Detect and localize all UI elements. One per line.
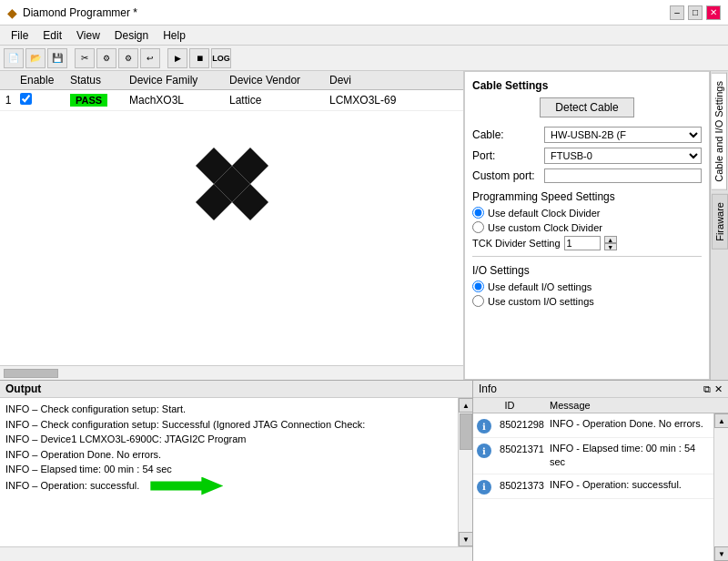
toolbar-log[interactable]: LOG (211, 48, 231, 68)
io-custom-radio[interactable] (472, 295, 484, 307)
row-enable[interactable] (16, 93, 66, 107)
row-device: LCMXO3L-69 (326, 94, 417, 107)
port-select[interactable]: FTUSB-0 (544, 148, 702, 164)
device-hscrollbar[interactable] (0, 365, 463, 380)
enable-checkbox[interactable] (20, 93, 32, 105)
hscroll-thumb[interactable] (4, 369, 58, 378)
col-vendor-header: Device Vendor (226, 74, 326, 87)
info-scroll-up[interactable]: ▲ (714, 413, 728, 428)
tck-label: TCK Divider Setting (472, 238, 561, 249)
output-panel: Output INFO – Check configuration setup:… (0, 381, 473, 561)
speed-radio-default[interactable]: Use default Clock Divider (472, 207, 702, 219)
tck-spinner[interactable]: ▲ ▼ (604, 236, 617, 250)
io-divider (472, 256, 702, 257)
info-scroll-down[interactable]: ▼ (714, 546, 728, 561)
title-bar: ◆ Diamond Programmer * – □ ✕ (0, 0, 728, 26)
io-default-label: Use default I/O settings (488, 281, 592, 292)
toolbar-open[interactable]: 📂 (25, 48, 46, 68)
row-family: MachXO3L (126, 94, 226, 107)
device-table: Enable Status Device Family Device Vendo… (0, 71, 463, 365)
info-close-icon[interactable]: ✕ (714, 383, 723, 395)
toolbar-stop[interactable]: ⏹ (189, 48, 209, 68)
io-radio-custom[interactable]: Use custom I/O settings (472, 295, 702, 307)
info-row-2: ℹ 85021371 INFO - Elapsed time: 00 min :… (473, 438, 713, 474)
menu-file[interactable]: File (4, 27, 35, 44)
clock-custom-radio[interactable] (472, 221, 484, 233)
tck-input[interactable] (564, 236, 601, 250)
minimize-button[interactable]: – (670, 5, 684, 20)
operation-success-arrow (150, 477, 223, 495)
app-title: Diamond Programmer * (23, 6, 137, 19)
speed-settings-title: Programming Speed Settings (472, 190, 702, 203)
main-content: Enable Status Device Family Device Vendo… (0, 71, 728, 561)
clock-default-radio[interactable] (472, 207, 484, 219)
output-content: INFO – Check configuration setup: Start.… (0, 398, 458, 546)
toolbar-paste[interactable]: ⚙ (118, 48, 138, 68)
toolbar-copy[interactable]: ⚙ (96, 48, 116, 68)
info-col-msg-header: Message (546, 400, 728, 411)
cable-select[interactable]: HW-USBN-2B (F (544, 127, 702, 143)
menu-design[interactable]: Design (107, 27, 156, 44)
info-id-1: 85021298 (495, 419, 550, 430)
toolbar-new[interactable]: 📄 (4, 48, 24, 68)
info-msg-2: INFO - Elapsed time: 00 min : 54 sec (550, 442, 713, 470)
output-scroll-down[interactable]: ▼ (459, 532, 472, 546)
toolbar-run[interactable]: ▶ (167, 48, 187, 68)
custom-port-input[interactable] (544, 168, 702, 183)
toolbar-save[interactable]: 💾 (47, 48, 67, 68)
device-table-header: Enable Status Device Family Device Vendo… (0, 71, 463, 90)
info-row-3: ℹ 85021373 INFO - Operation: successful. (473, 474, 713, 499)
menu-view[interactable]: View (69, 27, 107, 44)
output-scroll-thumb[interactable] (460, 413, 472, 450)
output-line-4: INFO – Operation Done. No errors. (5, 447, 452, 463)
bottom-section: Output INFO – Check configuration setup:… (0, 381, 728, 561)
top-section: Enable Status Device Family Device Vendo… (0, 71, 728, 381)
port-label: Port: (472, 149, 541, 162)
menu-edit[interactable]: Edit (35, 27, 69, 44)
row-status: PASS (66, 94, 126, 107)
status-badge: PASS (70, 94, 107, 107)
tab-cable-io[interactable]: Cable and I/O Settings (712, 73, 727, 190)
cable-settings-title: Cable Settings (472, 79, 702, 92)
custom-port-row: Custom port: (472, 168, 702, 183)
info-float-icon[interactable]: ⧉ (703, 383, 711, 395)
table-row: 1 PASS MachXO3L Lattice LCMXO3L-69 (0, 90, 463, 111)
toolbar-undo[interactable]: ↩ (140, 48, 160, 68)
tab-firmware[interactable]: Firaware (712, 194, 728, 250)
device-area: Enable Status Device Family Device Vendo… (0, 71, 464, 380)
output-hscroll[interactable] (0, 546, 472, 561)
side-panel: Cable Settings Detect Cable Cable: HW-US… (464, 71, 728, 380)
port-row: Port: FTUSB-0 (472, 148, 702, 164)
tck-row: TCK Divider Setting ▲ ▼ (472, 236, 702, 250)
tck-spin-up[interactable]: ▲ (604, 236, 617, 243)
output-scroll-up[interactable]: ▲ (459, 398, 472, 413)
output-line-5: INFO – Elapsed time: 00 min : 54 sec (5, 462, 452, 477)
info-table-header: ID Message (473, 398, 728, 413)
menu-help[interactable]: Help (156, 27, 193, 44)
io-default-radio[interactable] (472, 280, 484, 292)
info-vscroll[interactable]: ▲ ▼ (713, 413, 728, 561)
speed-radio-custom[interactable]: Use custom Clock Divider (472, 221, 702, 233)
col-enable-header: Enable (16, 74, 66, 87)
info-table-body: ℹ 85021298 INFO - Operation Done. No err… (473, 413, 713, 561)
col-family-header: Device Family (126, 74, 226, 87)
toolbar-cut[interactable]: ✂ (75, 48, 95, 68)
output-line-6: INFO – Operation: successful. (5, 477, 452, 495)
lattice-logo (0, 148, 463, 220)
info-id-2: 85021371 (495, 444, 550, 454)
output-panel-title: Output (0, 381, 472, 398)
detect-cable-button[interactable]: Detect Cable (540, 97, 633, 117)
io-custom-label: Use custom I/O settings (488, 296, 594, 307)
info-panel-icons: ⧉ ✕ (703, 383, 723, 395)
output-line-3: INFO – Device1 LCMXO3L-6900C: JTAGI2C Pr… (5, 432, 452, 447)
info-msg-1: INFO - Operation Done. No errors. (550, 417, 713, 431)
io-radio-default[interactable]: Use default I/O settings (472, 280, 702, 292)
info-panel-header: Info ⧉ ✕ (473, 381, 728, 398)
tck-spin-down[interactable]: ▼ (604, 243, 617, 250)
maximize-button[interactable]: □ (688, 5, 703, 20)
lattice-logo-svg (196, 148, 268, 220)
app-icon: ◆ (7, 5, 17, 20)
close-button[interactable]: ✕ (706, 5, 721, 20)
col-num-header (0, 74, 16, 87)
output-vscroll[interactable]: ▲ ▼ (458, 398, 472, 546)
